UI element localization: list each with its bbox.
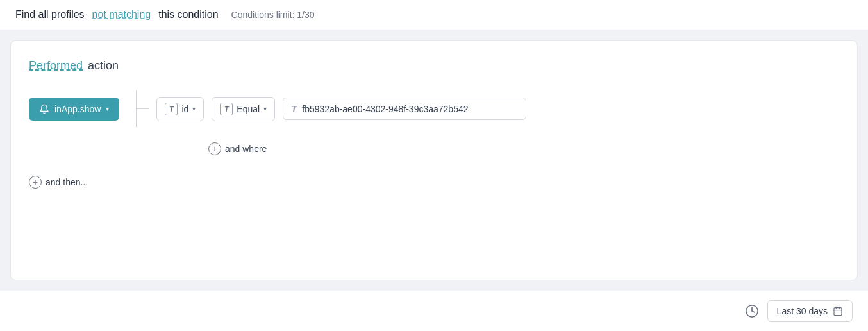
field-type-icon: T — [165, 103, 178, 115]
section-header: Performed action — [29, 59, 839, 72]
header-suffix: this condition — [158, 9, 218, 21]
field-label: id — [181, 104, 188, 114]
operator-type-icon: T — [220, 103, 233, 115]
not-matching-link[interactable]: not matching — [92, 9, 151, 21]
and-where-label: and where — [225, 144, 267, 154]
action-label: action — [88, 59, 119, 72]
connector-top — [136, 90, 137, 108]
bell-icon — [39, 104, 49, 114]
header-prefix: Find all profiles — [15, 9, 85, 21]
bottom-bar: Last 30 days — [0, 291, 868, 331]
top-bar: Find all profiles not matching this cond… — [0, 0, 868, 30]
svg-rect-1 — [834, 308, 842, 316]
calendar-icon — [833, 306, 843, 316]
last-30-days-button[interactable]: Last 30 days — [767, 300, 853, 322]
and-where-row: + and where — [208, 140, 839, 158]
last-30-days-label: Last 30 days — [777, 306, 828, 316]
conditions-limit: Conditions limit: 1/30 — [231, 10, 315, 20]
condition-row: inApp.show ▾ T id ▾ T Equal ▾ T — [29, 90, 839, 127]
operator-label: Equal — [237, 104, 260, 114]
circle-plus-and-then-icon: + — [29, 176, 42, 189]
and-then-button[interactable]: + and then... — [29, 173, 88, 191]
inapp-show-button[interactable]: inApp.show ▾ — [29, 98, 119, 121]
and-where-button[interactable]: + and where — [208, 140, 267, 158]
inapp-show-label: inApp.show — [54, 104, 101, 114]
value-input[interactable] — [302, 104, 518, 114]
field-dropdown[interactable]: T id ▾ — [156, 97, 204, 121]
operator-dropdown[interactable]: T Equal ▾ — [212, 97, 275, 121]
and-then-row: + and then... — [29, 173, 839, 191]
value-input-wrapper: T — [283, 98, 526, 120]
connector-h — [136, 108, 149, 109]
clock-icon[interactable] — [743, 302, 761, 320]
field-chevron-icon: ▾ — [192, 105, 196, 112]
circle-plus-icon: + — [208, 142, 221, 155]
chevron-down-icon: ▾ — [106, 105, 109, 112]
connector-bottom — [136, 109, 137, 127]
and-then-label: and then... — [46, 177, 88, 187]
main-content: Performed action inApp.show ▾ T id ▾ T — [10, 40, 858, 280]
value-type-icon: T — [291, 103, 297, 114]
performed-link[interactable]: Performed — [29, 59, 83, 72]
operator-chevron-icon: ▾ — [263, 105, 267, 112]
connector-bracket — [129, 90, 149, 127]
